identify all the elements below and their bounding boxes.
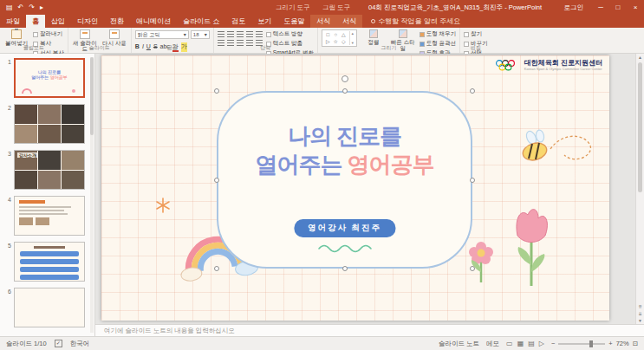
- scroll-down-button[interactable]: ▼: [638, 317, 642, 324]
- zoom-slider-thumb[interactable]: [589, 340, 593, 347]
- tell-me-box[interactable]: 수행할 작업을 알려 주세요: [371, 15, 460, 28]
- editing-group: 찾기 바꾸기 선택 편집: [460, 28, 491, 53]
- thumbnail-preview[interactable]: [14, 196, 85, 236]
- title-frame[interactable]: 나의 진로를 열어주는 영어공부 영어강사 최진주: [217, 91, 472, 269]
- tab-review[interactable]: 검토: [225, 15, 251, 28]
- tab-format-drawing[interactable]: 서식: [310, 15, 336, 28]
- language-indicator[interactable]: 한국어: [70, 340, 90, 348]
- find-button[interactable]: 찾기: [464, 30, 488, 38]
- zoom-in-button[interactable]: +: [608, 340, 612, 347]
- tab-help[interactable]: 도움말: [277, 15, 310, 28]
- arrange-button[interactable]: 정렬: [361, 29, 387, 45]
- title-line2-pink: 영어공부: [348, 152, 434, 178]
- font-name-combobox[interactable]: 맑은 고딕▾: [135, 30, 189, 39]
- thumb-text-line: [19, 206, 71, 208]
- resize-handle-e[interactable]: [470, 178, 475, 183]
- picture-tools-label: 그림 도구: [322, 0, 350, 15]
- photo-collage: [15, 105, 84, 143]
- rotate-handle[interactable]: [342, 75, 348, 82]
- cut-button[interactable]: 잘라내기: [33, 30, 64, 38]
- notes-toggle-button[interactable]: 슬라이드 노트: [439, 340, 479, 348]
- thumbnail-1[interactable]: 1 나의 진로를 열어주는 영어공부: [0, 58, 88, 98]
- memo-toggle-button[interactable]: 메모: [486, 340, 499, 348]
- previous-slide-button[interactable]: ⇈: [638, 303, 641, 310]
- thumbnail-4[interactable]: 4: [0, 196, 88, 236]
- thumbnail-preview[interactable]: 나의 진로를 열어주는 영어공부: [14, 58, 85, 98]
- triangle-shape-icon[interactable]: △: [340, 31, 348, 38]
- cut-label: 잘라내기: [40, 30, 62, 38]
- numbering-icon[interactable]: [227, 31, 234, 37]
- resize-handle-n[interactable]: [342, 88, 348, 94]
- scrollbar-thumb[interactable]: [638, 62, 642, 192]
- view-reading-button[interactable]: ▤: [528, 340, 535, 347]
- zoom-out-button[interactable]: −: [551, 340, 555, 347]
- slide[interactable]: 대한체육회 진로지원센터 Korean Sport & Olympic Comm…: [101, 55, 609, 321]
- tab-design[interactable]: 디자인: [71, 15, 104, 28]
- thumbnail-scrollbar[interactable]: [90, 57, 94, 333]
- zoom-slider[interactable]: [558, 343, 605, 345]
- view-slideshow-button[interactable]: ▷: [539, 340, 544, 347]
- next-slide-button[interactable]: ⇊: [638, 310, 641, 317]
- thumbnail-6[interactable]: 6: [0, 288, 88, 327]
- tab-view[interactable]: 보기: [251, 15, 277, 28]
- line-spacing-icon[interactable]: [256, 31, 263, 37]
- undo-icon[interactable]: ↶: [18, 0, 24, 15]
- login-button[interactable]: 로그인: [556, 3, 593, 12]
- scroll-up-button[interactable]: ▲: [638, 54, 642, 61]
- text-direction-button[interactable]: 텍스트 방향: [266, 30, 314, 38]
- indent-decrease-icon[interactable]: [237, 31, 244, 37]
- thumbnail-preview[interactable]: 강사소개: [14, 150, 85, 190]
- tab-transitions[interactable]: 전환: [104, 15, 130, 28]
- zoom-percentage[interactable]: 72%: [616, 340, 629, 347]
- spellcheck-icon[interactable]: ✓: [55, 340, 62, 347]
- title-line1: 나의 진로를: [288, 123, 401, 149]
- thumb-heading-bar: [19, 200, 45, 204]
- save-icon[interactable]: ▤: [6, 0, 13, 15]
- thumbnail-preview[interactable]: [14, 242, 85, 282]
- view-sorter-button[interactable]: ▦: [517, 340, 524, 347]
- slide-canvas[interactable]: 대한체육회 진로지원센터 Korean Sport & Olympic Comm…: [95, 54, 644, 324]
- rectangle-shape-icon[interactable]: □: [324, 31, 332, 38]
- thumbnail-2[interactable]: 2: [0, 104, 88, 144]
- thumbnail-3[interactable]: 3 강사소개: [0, 150, 88, 190]
- view-normal-button[interactable]: ▭: [506, 340, 513, 347]
- resize-handle-ne[interactable]: [470, 88, 475, 94]
- resize-handle-nw[interactable]: [214, 88, 219, 94]
- tab-file[interactable]: 파일: [0, 15, 26, 28]
- tab-format-picture[interactable]: 서식: [336, 15, 362, 28]
- resize-handle-s[interactable]: [342, 266, 348, 271]
- minimize-button[interactable]: ─: [592, 0, 609, 15]
- slide-title[interactable]: 나의 진로를 열어주는 영어공부: [218, 122, 471, 179]
- shapes-scroll-up-icon[interactable]: ▲: [351, 31, 355, 36]
- tab-insert[interactable]: 삽입: [45, 15, 71, 28]
- tab-slideshow[interactable]: 슬라이드 쇼: [177, 15, 225, 28]
- drawing-tools-label: 그리기 도구: [276, 0, 310, 15]
- font-size-combobox[interactable]: 18▾: [191, 30, 210, 39]
- main-area: 1 나의 진로를 열어주는 영어공부 2 3: [0, 54, 644, 336]
- resize-handle-sw[interactable]: [214, 266, 219, 271]
- quick-styles-icon: [399, 29, 407, 38]
- indent-increase-icon[interactable]: [246, 31, 253, 37]
- instructor-badge[interactable]: 영어강사 최진주: [294, 219, 395, 237]
- resize-handle-se[interactable]: [470, 266, 475, 271]
- close-button[interactable]: ×: [627, 0, 644, 15]
- scrollbar-track[interactable]: [636, 61, 644, 303]
- paragraph-group-label: 단락: [214, 44, 317, 52]
- fit-to-window-button[interactable]: ⊡: [633, 340, 638, 347]
- maximize-button[interactable]: □: [609, 0, 627, 15]
- tab-home[interactable]: 홈: [26, 15, 45, 28]
- start-slideshow-icon[interactable]: ▸: [40, 0, 43, 15]
- resize-handle-w[interactable]: [214, 178, 219, 183]
- clipboard-group: 붙여넣기 잘라내기 복사 서식 복사 클립보드: [0, 28, 68, 53]
- notes-pane[interactable]: 여기에 슬라이드 노트의 내용을 입력하십시오: [95, 324, 644, 336]
- thumbnail-5[interactable]: 5: [0, 242, 88, 282]
- vertical-scrollbar[interactable]: ▲ ⇈ ⇊ ▼: [635, 54, 644, 324]
- shape-fill-button[interactable]: 도형 채우기: [420, 30, 456, 38]
- redo-icon[interactable]: ↷: [29, 0, 35, 15]
- shape-fill-label: 도형 채우기: [426, 30, 456, 38]
- thumbnail-preview[interactable]: [14, 288, 85, 327]
- bullets-icon[interactable]: [218, 31, 224, 37]
- tab-animations[interactable]: 애니메이션: [130, 15, 177, 28]
- ellipse-shape-icon[interactable]: ○: [332, 31, 340, 38]
- thumbnail-preview[interactable]: [14, 104, 85, 144]
